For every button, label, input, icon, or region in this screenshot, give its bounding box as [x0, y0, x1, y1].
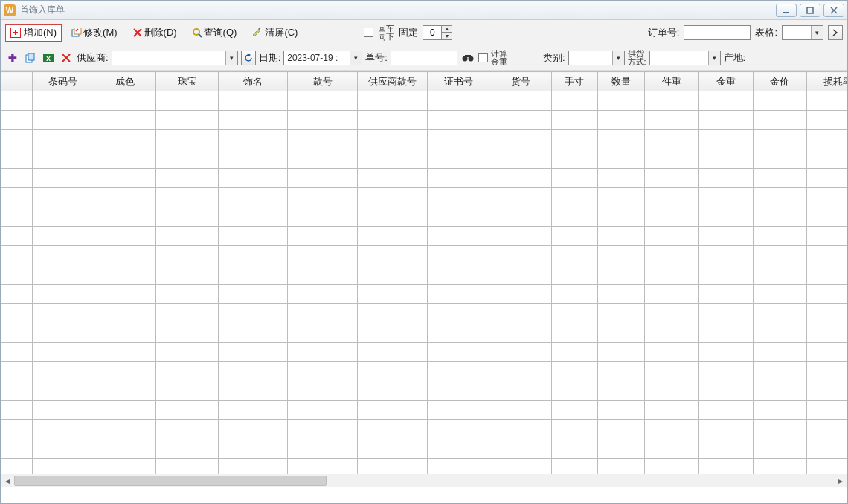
- grid-cell[interactable]: [288, 381, 358, 401]
- grid-cell[interactable]: [156, 439, 218, 459]
- enter-jump-checkbox[interactable]: [364, 28, 373, 37]
- grid-cell[interactable]: [156, 227, 218, 246]
- table-row[interactable]: [1, 323, 848, 343]
- grid-cell[interactable]: [753, 149, 807, 169]
- grid-cell[interactable]: [753, 91, 807, 111]
- grid-cell[interactable]: [94, 285, 156, 304]
- grid-cell[interactable]: [288, 169, 358, 188]
- grid-cell[interactable]: [644, 304, 698, 323]
- grid-cell[interactable]: [551, 285, 598, 304]
- grid-cell[interactable]: [807, 362, 847, 381]
- grid-cell[interactable]: [218, 439, 288, 459]
- grid-cell[interactable]: [428, 304, 489, 323]
- grid-cell[interactable]: [807, 381, 847, 401]
- grid-cell[interactable]: [698, 381, 753, 401]
- grid-cell[interactable]: [489, 91, 551, 111]
- grid-cell[interactable]: [94, 169, 156, 188]
- grid-cell[interactable]: [551, 343, 598, 362]
- copy-row-button[interactable]: [23, 51, 38, 65]
- grid-cell[interactable]: [32, 323, 94, 343]
- grid-cell[interactable]: [428, 246, 489, 265]
- grid-cell[interactable]: [644, 420, 698, 439]
- horizontal-scrollbar[interactable]: ◂ ▸: [1, 474, 847, 487]
- table-row[interactable]: [1, 91, 848, 111]
- grid-cell[interactable]: [551, 304, 598, 323]
- grid-cell[interactable]: [753, 188, 807, 207]
- grid-cell[interactable]: [698, 227, 753, 246]
- grid-cell[interactable]: [598, 169, 645, 188]
- grid-cell[interactable]: [551, 265, 598, 285]
- grid-cell[interactable]: [698, 265, 753, 285]
- grid-cell[interactable]: [288, 323, 358, 343]
- grid-cell[interactable]: [156, 130, 218, 149]
- grid-cell[interactable]: [288, 111, 358, 130]
- scroll-left-button[interactable]: ◂: [1, 475, 14, 487]
- grid-cell[interactable]: [753, 285, 807, 304]
- grid-cell[interactable]: [753, 207, 807, 227]
- grid-cell[interactable]: [156, 265, 218, 285]
- grid-cell[interactable]: [218, 381, 288, 401]
- grid-cell[interactable]: [156, 343, 218, 362]
- grid-cell[interactable]: [551, 91, 598, 111]
- table-row[interactable]: [1, 169, 848, 188]
- grid-cell[interactable]: [94, 381, 156, 401]
- grid-cell[interactable]: [489, 207, 551, 227]
- grid-cell[interactable]: [807, 265, 847, 285]
- minimize-button[interactable]: [776, 4, 797, 17]
- grid-cell[interactable]: [598, 439, 645, 459]
- grid-cell[interactable]: [698, 343, 753, 362]
- column-header[interactable]: 损耗率: [807, 72, 847, 91]
- grid-cell[interactable]: [807, 91, 847, 111]
- table-row[interactable]: [1, 227, 848, 246]
- grid-cell[interactable]: [428, 439, 489, 459]
- grid-cell[interactable]: [698, 130, 753, 149]
- grid-cell[interactable]: [551, 381, 598, 401]
- find-button[interactable]: [460, 51, 475, 65]
- grid-cell[interactable]: [218, 304, 288, 323]
- category-combo[interactable]: ▾: [568, 51, 625, 65]
- grid-cell[interactable]: [1, 420, 33, 439]
- grid-cell[interactable]: [598, 130, 645, 149]
- grid-cell[interactable]: [489, 265, 551, 285]
- grid-cell[interactable]: [32, 207, 94, 227]
- chevron-down-icon[interactable]: ▾: [225, 51, 237, 65]
- grid-cell[interactable]: [32, 265, 94, 285]
- grid-cell[interactable]: [428, 169, 489, 188]
- grid-cell[interactable]: [753, 439, 807, 459]
- grid-cell[interactable]: [1, 323, 33, 343]
- maximize-button[interactable]: [800, 4, 820, 17]
- grid-cell[interactable]: [698, 420, 753, 439]
- grid-cell[interactable]: [551, 439, 598, 459]
- grid-cell[interactable]: [156, 188, 218, 207]
- grid-cell[interactable]: [358, 130, 428, 149]
- grid-cell[interactable]: [807, 401, 847, 420]
- grid-cell[interactable]: [1, 207, 33, 227]
- grid-cell[interactable]: [698, 246, 753, 265]
- grid-cell[interactable]: [218, 130, 288, 149]
- grid-cell[interactable]: [32, 343, 94, 362]
- grid-cell[interactable]: [428, 130, 489, 149]
- grid-cell[interactable]: [598, 188, 645, 207]
- grid-cell[interactable]: [1, 246, 33, 265]
- grid-cell[interactable]: [288, 207, 358, 227]
- grid-cell[interactable]: [288, 401, 358, 420]
- grid-cell[interactable]: [156, 285, 218, 304]
- fixed-value-input[interactable]: [423, 27, 441, 39]
- grid-cell[interactable]: [753, 362, 807, 381]
- scroll-right-button[interactable]: ▸: [834, 475, 847, 487]
- chevron-down-icon[interactable]: ▾: [811, 26, 823, 39]
- grid-cell[interactable]: [807, 130, 847, 149]
- table-row[interactable]: [1, 207, 848, 227]
- grid-cell[interactable]: [598, 401, 645, 420]
- grid-cell[interactable]: [428, 323, 489, 343]
- grid-cell[interactable]: [156, 111, 218, 130]
- grid-cell[interactable]: [644, 207, 698, 227]
- grid-cell[interactable]: [288, 91, 358, 111]
- tableform-combo[interactable]: ▾: [782, 25, 823, 40]
- grid-cell[interactable]: [807, 188, 847, 207]
- grid-cell[interactable]: [428, 265, 489, 285]
- grid-cell[interactable]: [358, 362, 428, 381]
- grid-cell[interactable]: [218, 285, 288, 304]
- grid-cell[interactable]: [32, 169, 94, 188]
- grid-cell[interactable]: [698, 323, 753, 343]
